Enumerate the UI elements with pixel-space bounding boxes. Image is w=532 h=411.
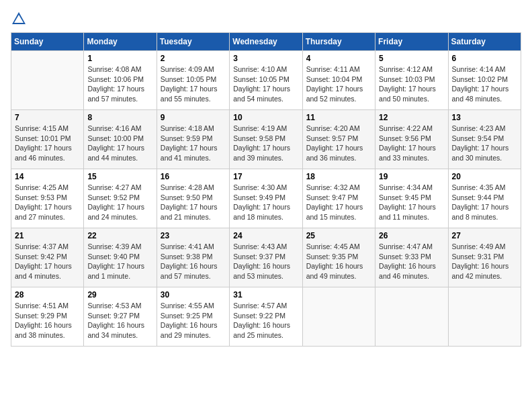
day-number: 4 [306, 54, 371, 63]
day-info: Sunrise: 4:34 AMSunset: 9:45 PMDaylight:… [379, 183, 444, 222]
day-number: 14 [15, 172, 80, 181]
day-info: Sunrise: 4:39 AMSunset: 9:40 PMDaylight:… [87, 242, 152, 281]
day-number: 31 [233, 290, 298, 300]
day-number: 18 [306, 172, 371, 181]
calendar-cell: 31Sunrise: 4:57 AMSunset: 9:22 PMDayligh… [230, 287, 302, 347]
calendar-cell: 10Sunrise: 4:19 AMSunset: 9:58 PMDayligh… [230, 110, 302, 169]
day-info: Sunrise: 4:57 AMSunset: 9:22 PMDaylight:… [233, 301, 298, 340]
logo-icon [11, 11, 27, 27]
day-number: 16 [161, 172, 226, 181]
calendar-cell [11, 51, 84, 110]
day-info: Sunrise: 4:16 AMSunset: 10:00 PMDaylight… [87, 124, 152, 163]
day-info: Sunrise: 4:45 AMSunset: 9:35 PMDaylight:… [306, 242, 371, 281]
day-number: 12 [379, 113, 444, 122]
day-number: 9 [161, 113, 226, 122]
day-of-week-header: Thursday [302, 33, 375, 51]
calendar-cell: 23Sunrise: 4:41 AMSunset: 9:38 PMDayligh… [157, 228, 229, 287]
day-info: Sunrise: 4:11 AMSunset: 10:04 PMDaylight… [306, 64, 371, 104]
day-number: 22 [87, 231, 152, 240]
day-info: Sunrise: 4:49 AMSunset: 9:31 PMDaylight:… [452, 242, 517, 281]
page-header [11, 11, 521, 27]
calendar-cell: 8Sunrise: 4:16 AMSunset: 10:00 PMDayligh… [84, 110, 157, 169]
day-number: 8 [87, 113, 152, 122]
calendar-cell: 4Sunrise: 4:11 AMSunset: 10:04 PMDayligh… [302, 51, 375, 110]
calendar-cell: 9Sunrise: 4:18 AMSunset: 9:59 PMDaylight… [157, 110, 229, 169]
calendar-cell: 27Sunrise: 4:49 AMSunset: 9:31 PMDayligh… [448, 228, 521, 287]
calendar-cell: 16Sunrise: 4:28 AMSunset: 9:50 PMDayligh… [157, 169, 229, 228]
calendar-cell: 11Sunrise: 4:20 AMSunset: 9:57 PMDayligh… [302, 110, 375, 169]
day-info: Sunrise: 4:55 AMSunset: 9:25 PMDaylight:… [161, 301, 226, 340]
calendar-cell: 15Sunrise: 4:27 AMSunset: 9:52 PMDayligh… [84, 169, 157, 228]
calendar-cell: 5Sunrise: 4:12 AMSunset: 10:03 PMDayligh… [375, 51, 448, 110]
day-number: 28 [15, 290, 80, 300]
calendar-cell: 13Sunrise: 4:23 AMSunset: 9:54 PMDayligh… [448, 110, 521, 169]
day-of-week-header: Tuesday [157, 33, 229, 51]
day-info: Sunrise: 4:09 AMSunset: 10:05 PMDaylight… [161, 64, 226, 104]
day-number: 19 [379, 172, 444, 181]
day-number: 21 [15, 231, 80, 240]
calendar-cell [302, 287, 375, 347]
day-info: Sunrise: 4:43 AMSunset: 9:37 PMDaylight:… [233, 242, 298, 281]
day-info: Sunrise: 4:19 AMSunset: 9:58 PMDaylight:… [233, 124, 298, 163]
day-number: 20 [452, 172, 517, 181]
day-number: 29 [87, 290, 152, 300]
day-number: 11 [306, 113, 371, 122]
day-of-week-header: Saturday [448, 33, 521, 51]
day-info: Sunrise: 4:23 AMSunset: 9:54 PMDaylight:… [452, 124, 517, 163]
day-info: Sunrise: 4:14 AMSunset: 10:02 PMDaylight… [452, 64, 517, 104]
day-info: Sunrise: 4:20 AMSunset: 9:57 PMDaylight:… [306, 124, 371, 163]
calendar-cell: 14Sunrise: 4:25 AMSunset: 9:53 PMDayligh… [11, 169, 84, 228]
day-info: Sunrise: 4:32 AMSunset: 9:47 PMDaylight:… [306, 183, 371, 222]
calendar-week-row: 1Sunrise: 4:08 AMSunset: 10:06 PMDayligh… [11, 51, 521, 110]
calendar-cell: 17Sunrise: 4:30 AMSunset: 9:49 PMDayligh… [230, 169, 302, 228]
calendar-week-row: 21Sunrise: 4:37 AMSunset: 9:42 PMDayligh… [11, 228, 521, 287]
calendar-table: SundayMondayTuesdayWednesdayThursdayFrid… [11, 32, 521, 347]
day-of-week-header: Friday [375, 33, 448, 51]
day-number: 13 [452, 113, 517, 122]
day-number: 27 [452, 231, 517, 240]
calendar-cell: 18Sunrise: 4:32 AMSunset: 9:47 PMDayligh… [302, 169, 375, 228]
day-number: 7 [15, 113, 80, 122]
calendar-cell: 3Sunrise: 4:10 AMSunset: 10:05 PMDayligh… [230, 51, 302, 110]
logo [11, 11, 30, 27]
day-info: Sunrise: 4:53 AMSunset: 9:27 PMDaylight:… [87, 301, 152, 340]
calendar-cell [448, 287, 521, 347]
day-number: 26 [379, 231, 444, 240]
day-number: 5 [379, 54, 444, 63]
calendar-cell: 7Sunrise: 4:15 AMSunset: 10:01 PMDayligh… [11, 110, 84, 169]
day-info: Sunrise: 4:10 AMSunset: 10:05 PMDaylight… [233, 64, 298, 104]
calendar-cell: 6Sunrise: 4:14 AMSunset: 10:02 PMDayligh… [448, 51, 521, 110]
day-number: 17 [233, 172, 298, 181]
day-number: 3 [233, 54, 298, 63]
day-info: Sunrise: 4:51 AMSunset: 9:29 PMDaylight:… [15, 301, 80, 340]
day-number: 15 [87, 172, 152, 181]
day-info: Sunrise: 4:08 AMSunset: 10:06 PMDaylight… [87, 64, 152, 104]
day-number: 2 [161, 54, 226, 63]
day-info: Sunrise: 4:41 AMSunset: 9:38 PMDaylight:… [161, 242, 226, 281]
day-info: Sunrise: 4:47 AMSunset: 9:33 PMDaylight:… [379, 242, 444, 281]
day-info: Sunrise: 4:15 AMSunset: 10:01 PMDaylight… [15, 124, 80, 163]
day-number: 6 [452, 54, 517, 63]
calendar-cell: 25Sunrise: 4:45 AMSunset: 9:35 PMDayligh… [302, 228, 375, 287]
day-info: Sunrise: 4:27 AMSunset: 9:52 PMDaylight:… [87, 183, 152, 222]
day-info: Sunrise: 4:35 AMSunset: 9:44 PMDaylight:… [452, 183, 517, 222]
calendar-cell: 2Sunrise: 4:09 AMSunset: 10:05 PMDayligh… [157, 51, 229, 110]
calendar-cell: 1Sunrise: 4:08 AMSunset: 10:06 PMDayligh… [84, 51, 157, 110]
day-number: 1 [87, 54, 152, 63]
calendar-cell: 24Sunrise: 4:43 AMSunset: 9:37 PMDayligh… [230, 228, 302, 287]
calendar-week-row: 14Sunrise: 4:25 AMSunset: 9:53 PMDayligh… [11, 169, 521, 228]
calendar-header-row: SundayMondayTuesdayWednesdayThursdayFrid… [11, 33, 521, 51]
day-info: Sunrise: 4:30 AMSunset: 9:49 PMDaylight:… [233, 183, 298, 222]
day-number: 30 [161, 290, 226, 300]
calendar-week-row: 28Sunrise: 4:51 AMSunset: 9:29 PMDayligh… [11, 287, 521, 347]
day-info: Sunrise: 4:25 AMSunset: 9:53 PMDaylight:… [15, 183, 80, 222]
day-number: 10 [233, 113, 298, 122]
day-of-week-header: Sunday [11, 33, 84, 51]
day-info: Sunrise: 4:28 AMSunset: 9:50 PMDaylight:… [161, 183, 226, 222]
calendar-cell: 21Sunrise: 4:37 AMSunset: 9:42 PMDayligh… [11, 228, 84, 287]
calendar-cell: 29Sunrise: 4:53 AMSunset: 9:27 PMDayligh… [84, 287, 157, 347]
calendar-cell: 19Sunrise: 4:34 AMSunset: 9:45 PMDayligh… [375, 169, 448, 228]
day-info: Sunrise: 4:18 AMSunset: 9:59 PMDaylight:… [161, 124, 226, 163]
calendar-cell: 12Sunrise: 4:22 AMSunset: 9:56 PMDayligh… [375, 110, 448, 169]
calendar-cell [375, 287, 448, 347]
